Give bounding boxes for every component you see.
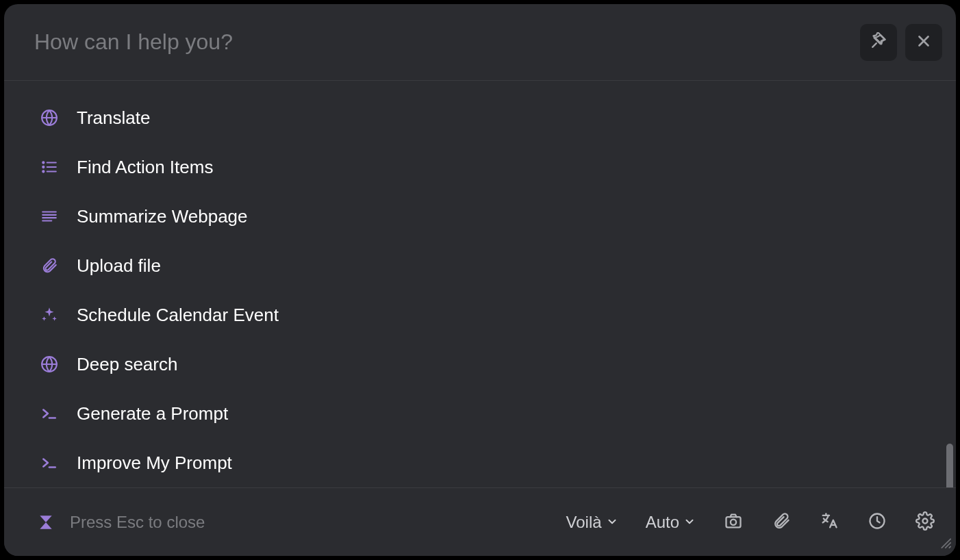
- header: [4, 4, 956, 81]
- terminal-icon: [40, 453, 59, 472]
- action-label: Deep search: [77, 354, 177, 375]
- action-label: Translate: [77, 107, 150, 129]
- action-upload-file[interactable]: Upload file: [40, 241, 939, 290]
- paperclip-icon: [40, 256, 59, 275]
- action-improve-prompt[interactable]: Improve My Prompt: [40, 438, 939, 487]
- terminal-icon: [40, 404, 59, 423]
- action-generate-prompt[interactable]: Generate a Prompt: [40, 389, 939, 438]
- footer: Press Esc to close Voilà Auto: [4, 487, 956, 556]
- command-palette: Translate Find Action Items Summarize We…: [4, 4, 956, 556]
- globe-icon: [40, 108, 59, 127]
- prompt-input[interactable]: [34, 29, 860, 55]
- footer-hint: Press Esc to close: [70, 513, 205, 532]
- language-button[interactable]: [819, 512, 839, 533]
- svg-point-19: [731, 519, 736, 524]
- hourglass-icon: [37, 513, 55, 531]
- action-schedule-calendar-event[interactable]: Schedule Calendar Event: [40, 290, 939, 340]
- mode-select[interactable]: Auto: [646, 513, 696, 532]
- sparkles-icon: [40, 305, 59, 324]
- history-button[interactable]: [867, 512, 887, 533]
- action-translate[interactable]: Translate: [40, 93, 939, 142]
- actions-list: Translate Find Action Items Summarize We…: [4, 81, 956, 487]
- brand-select[interactable]: Voilà: [566, 513, 618, 532]
- action-label: Summarize Webpage: [77, 206, 248, 227]
- svg-point-6: [42, 166, 44, 168]
- mode-select-label: Auto: [646, 513, 679, 532]
- footer-left: Press Esc to close: [37, 513, 205, 532]
- camera-button[interactable]: [723, 512, 744, 533]
- svg-point-4: [42, 162, 44, 163]
- action-label: Upload file: [77, 255, 161, 277]
- action-summarize-webpage[interactable]: Summarize Webpage: [40, 192, 939, 241]
- chevron-down-icon: [606, 513, 618, 532]
- svg-point-8: [42, 170, 44, 172]
- svg-point-21: [923, 518, 928, 523]
- pin-icon: [870, 32, 887, 53]
- action-label: Schedule Calendar Event: [77, 305, 279, 326]
- settings-button[interactable]: [915, 512, 935, 533]
- close-icon: [915, 32, 933, 53]
- header-buttons: [860, 24, 942, 61]
- footer-right: Voilà Auto: [566, 512, 935, 533]
- close-button[interactable]: [905, 24, 942, 61]
- globe-icon: [40, 355, 59, 374]
- svg-line-24: [949, 546, 950, 548]
- chevron-down-icon: [683, 513, 696, 532]
- lines-icon: [40, 207, 59, 226]
- attach-button[interactable]: [771, 512, 792, 533]
- action-find-action-items[interactable]: Find Action Items: [40, 142, 939, 192]
- scrollbar-thumb[interactable]: [946, 444, 953, 487]
- pin-button[interactable]: [860, 24, 897, 61]
- action-label: Improve My Prompt: [77, 453, 232, 474]
- paperclip-icon: [772, 511, 791, 533]
- action-label: Generate a Prompt: [77, 403, 228, 424]
- svg-rect-18: [727, 517, 741, 527]
- brand-select-label: Voilà: [566, 513, 602, 532]
- resize-grip[interactable]: [937, 534, 952, 552]
- list-icon: [40, 157, 59, 177]
- language-icon: [820, 511, 839, 533]
- gear-icon: [915, 511, 935, 533]
- action-deep-search[interactable]: Deep search: [40, 340, 939, 389]
- camera-icon: [724, 511, 743, 533]
- action-label: Find Action Items: [77, 157, 213, 178]
- clock-icon: [868, 511, 887, 533]
